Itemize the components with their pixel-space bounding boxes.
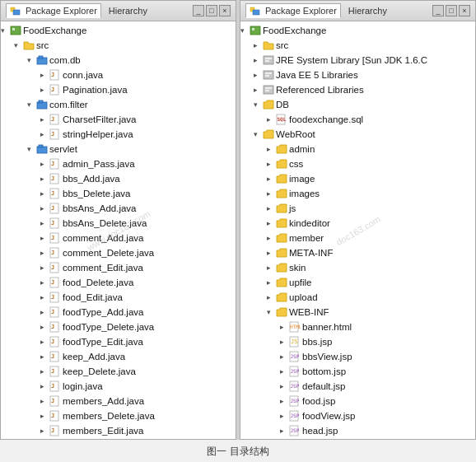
tree-item[interactable]: Jkeep_Add.java	[1, 349, 236, 364]
tree-item[interactable]: JPagination.java	[1, 82, 236, 97]
arrow-right-icon[interactable]	[40, 261, 49, 274]
tree-item[interactable]: Jconn.java	[1, 68, 236, 82]
arrow-right-icon[interactable]	[40, 128, 49, 141]
arrow-right-icon[interactable]	[40, 113, 49, 126]
arrow-right-icon[interactable]	[280, 394, 288, 408]
tree-item[interactable]: css	[240, 156, 475, 171]
arrow-right-icon[interactable]	[254, 83, 262, 96]
arrow-right-icon[interactable]	[267, 231, 275, 245]
arrow-right-icon[interactable]	[267, 172, 275, 185]
tree-item[interactable]: JfoodType_Add.java	[1, 305, 236, 320]
tree-item[interactable]: JfoodType_Edit.java	[1, 334, 236, 349]
right-tab-package-explorer[interactable]: Package Explorer	[245, 3, 341, 18]
arrow-right-icon[interactable]	[40, 276, 49, 289]
tree-item[interactable]: JSbbs.jsp	[240, 334, 475, 349]
tree-item[interactable]: Jadmin_Pass.java	[1, 156, 236, 171]
tree-item[interactable]: admin	[240, 142, 475, 156]
left-minimize-btn[interactable]: _	[193, 5, 204, 16]
tree-item[interactable]: upfile	[240, 275, 475, 290]
tree-item[interactable]: image	[240, 171, 475, 186]
arrow-right-icon[interactable]	[40, 350, 49, 363]
arrow-down-icon[interactable]	[27, 98, 35, 111]
arrow-right-icon[interactable]	[40, 380, 49, 393]
arrow-right-icon[interactable]	[40, 320, 49, 334]
arrow-right-icon[interactable]	[267, 276, 275, 289]
tree-item[interactable]: Jfood_Delete.java	[1, 275, 236, 290]
left-close-btn[interactable]: ×	[219, 5, 231, 16]
arrow-right-icon[interactable]	[40, 157, 49, 170]
arrow-right-icon[interactable]	[267, 187, 275, 200]
arrow-right-icon[interactable]	[40, 187, 49, 200]
arrow-right-icon[interactable]	[280, 335, 288, 348]
tree-item[interactable]: kindeditor	[240, 216, 475, 231]
arrow-down-icon[interactable]	[254, 98, 262, 111]
tree-item[interactable]: JSPlgout.jsp	[240, 438, 475, 439]
tree-item[interactable]: Jmembers_Login.java	[1, 438, 236, 439]
arrow-right-icon[interactable]	[267, 113, 275, 126]
arrow-right-icon[interactable]	[40, 365, 49, 378]
arrow-right-icon[interactable]	[267, 261, 275, 274]
tree-item[interactable]: JCharsetFilter.java	[1, 112, 236, 127]
tree-item[interactable]: Java EE 5 Libraries	[240, 68, 475, 82]
tree-item[interactable]: com.db	[1, 53, 236, 68]
arrow-right-icon[interactable]	[280, 380, 288, 393]
tree-item[interactable]: JbbsAns_Delete.java	[1, 216, 236, 231]
arrow-right-icon[interactable]	[267, 142, 275, 156]
tree-item[interactable]: JfoodType_Delete.java	[1, 320, 236, 334]
arrow-right-icon[interactable]	[254, 39, 262, 52]
tree-item[interactable]: Jmembers_Delete.java	[1, 408, 236, 423]
tree-item[interactable]: JRE System Library [Sun JDK 1.6.C	[240, 53, 475, 68]
tree-item[interactable]: SQLfoodexchange.sql	[240, 112, 475, 127]
arrow-right-icon[interactable]	[280, 424, 288, 437]
tree-item[interactable]: src	[240, 38, 475, 53]
tree-item[interactable]: JSPhead.jsp	[240, 423, 475, 438]
left-tab-hierarchy[interactable]: Hierarchy	[105, 4, 152, 17]
tree-item[interactable]: DB	[240, 97, 475, 112]
arrow-right-icon[interactable]	[40, 424, 49, 437]
tree-item[interactable]: JSPfood.jsp	[240, 394, 475, 408]
arrow-right-icon[interactable]	[267, 217, 275, 230]
tree-item[interactable]: Referenced Libraries	[240, 82, 475, 97]
arrow-down-icon[interactable]	[240, 24, 249, 37]
arrow-right-icon[interactable]	[40, 83, 49, 96]
tree-item[interactable]: META-INF	[240, 245, 475, 260]
tree-item[interactable]: JSPdefault.jsp	[240, 379, 475, 394]
tree-item[interactable]: WEB-INF	[240, 305, 475, 320]
arrow-right-icon[interactable]	[280, 365, 288, 378]
arrow-down-icon[interactable]	[14, 39, 22, 52]
tree-item[interactable]: Jlogin.java	[1, 379, 236, 394]
arrow-right-icon[interactable]	[40, 246, 49, 259]
tree-item[interactable]: Jmembers_Add.java	[1, 394, 236, 408]
arrow-down-icon[interactable]	[1, 24, 9, 37]
arrow-right-icon[interactable]	[40, 291, 49, 304]
arrow-right-icon[interactable]	[254, 68, 262, 82]
tree-item[interactable]: Jfood_Edit.java	[1, 290, 236, 305]
arrow-right-icon[interactable]	[254, 54, 262, 67]
arrow-down-icon[interactable]	[254, 128, 262, 141]
tree-item[interactable]: com.filter	[1, 97, 236, 112]
tree-item[interactable]: Jmembers_Edit.java	[1, 423, 236, 438]
arrow-right-icon[interactable]	[40, 172, 49, 185]
right-maximize-btn[interactable]: □	[446, 5, 457, 16]
arrow-down-icon[interactable]	[267, 306, 275, 319]
tree-item[interactable]: JSPfoodView.jsp	[240, 408, 475, 423]
arrow-down-icon[interactable]	[27, 142, 35, 156]
tree-item[interactable]: Jcomment_Delete.java	[1, 245, 236, 260]
tree-item[interactable]: images	[240, 186, 475, 201]
tree-item[interactable]: src	[1, 38, 236, 53]
arrow-right-icon[interactable]	[267, 202, 275, 215]
tree-item[interactable]: Jbbs_Delete.java	[1, 186, 236, 201]
arrow-right-icon[interactable]	[40, 394, 49, 408]
arrow-right-icon[interactable]	[40, 409, 49, 422]
tree-item[interactable]: HTMLbanner.html	[240, 320, 475, 334]
arrow-right-icon[interactable]	[40, 306, 49, 319]
arrow-right-icon[interactable]	[40, 68, 49, 82]
tree-item[interactable]: FoodExchange	[240, 23, 475, 38]
tree-item[interactable]: FoodExchange	[1, 23, 236, 38]
right-tab-hierarchy[interactable]: Hierarchy	[344, 4, 391, 17]
right-close-btn[interactable]: ×	[459, 5, 470, 16]
arrow-right-icon[interactable]	[267, 291, 275, 304]
left-maximize-btn[interactable]: □	[206, 5, 217, 16]
arrow-down-icon[interactable]	[27, 54, 35, 67]
arrow-right-icon[interactable]	[40, 231, 49, 245]
